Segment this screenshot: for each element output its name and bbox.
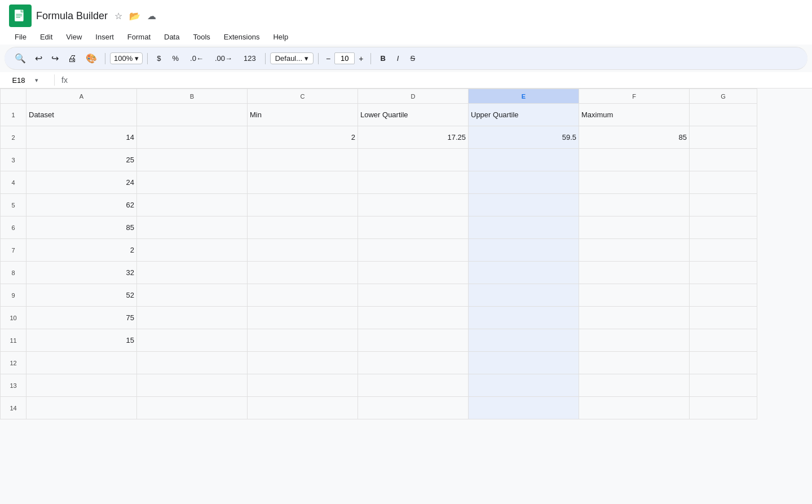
row-header-9[interactable]: 9 (1, 284, 27, 307)
cell-B2[interactable] (137, 126, 248, 149)
cell-G10[interactable] (690, 307, 757, 329)
col-header-f[interactable]: F (579, 89, 690, 104)
row-header-1[interactable]: 1 (1, 104, 27, 126)
cell-A9[interactable]: 52 (27, 284, 137, 307)
cell-A10[interactable]: 75 (27, 307, 137, 329)
menu-extensions[interactable]: Extensions (218, 30, 266, 43)
print-button[interactable]: 🖨 (64, 51, 80, 66)
spreadsheet-container[interactable]: A B C D E F G 1DatasetMinLower QuartileU… (0, 89, 812, 502)
col-header-a[interactable]: A (27, 89, 137, 104)
cell-A12[interactable] (27, 352, 137, 374)
cell-G1[interactable] (690, 104, 757, 126)
cell-F5[interactable] (579, 194, 690, 216)
cell-E8[interactable] (469, 262, 579, 284)
formula-input[interactable] (74, 76, 807, 85)
row-header-2[interactable]: 2 (1, 126, 27, 149)
cell-A13[interactable] (27, 374, 137, 397)
cell-F4[interactable] (579, 171, 690, 194)
italic-button[interactable]: I (392, 52, 404, 65)
cell-E6[interactable] (469, 216, 579, 239)
cell-B6[interactable] (137, 216, 248, 239)
decimal-increase-button[interactable]: .00→ (210, 52, 237, 65)
cell-D5[interactable] (358, 194, 469, 216)
cell-F8[interactable] (579, 262, 690, 284)
cell-A7[interactable]: 2 (27, 239, 137, 262)
percent-button[interactable]: % (167, 52, 183, 65)
col-header-g[interactable]: G (690, 89, 757, 104)
menu-file[interactable]: File (9, 30, 32, 43)
cell-D10[interactable] (358, 307, 469, 329)
menu-insert[interactable]: Insert (90, 30, 120, 43)
font-size-increase-button[interactable]: + (356, 53, 366, 64)
menu-format[interactable]: Format (122, 30, 156, 43)
cell-C9[interactable] (248, 284, 358, 307)
cell-D6[interactable] (358, 216, 469, 239)
row-header-10[interactable]: 10 (1, 307, 27, 329)
cell-B1[interactable] (137, 104, 248, 126)
cell-C1[interactable]: Min (248, 104, 358, 126)
cell-G11[interactable] (690, 329, 757, 352)
row-header-14[interactable]: 14 (1, 397, 27, 419)
cell-D8[interactable] (358, 262, 469, 284)
cell-B13[interactable] (137, 374, 248, 397)
cell-A14[interactable] (27, 397, 137, 419)
cell-ref-input[interactable] (5, 76, 33, 85)
row-header-11[interactable]: 11 (1, 329, 27, 352)
cell-E11[interactable] (469, 329, 579, 352)
cell-D11[interactable] (358, 329, 469, 352)
decimal-decrease-button[interactable]: .0← (186, 52, 208, 65)
cell-C7[interactable] (248, 239, 358, 262)
cell-E4[interactable] (469, 171, 579, 194)
row-header-7[interactable]: 7 (1, 239, 27, 262)
cell-B11[interactable] (137, 329, 248, 352)
cell-C3[interactable] (248, 149, 358, 171)
font-size-input[interactable] (334, 52, 355, 64)
number-format-button[interactable]: 123 (239, 52, 261, 65)
cell-ref-dropdown-icon[interactable]: ▾ (35, 77, 38, 84)
cell-F10[interactable] (579, 307, 690, 329)
row-header-8[interactable]: 8 (1, 262, 27, 284)
menu-data[interactable]: Data (158, 30, 185, 43)
cell-C11[interactable] (248, 329, 358, 352)
col-header-c[interactable]: C (248, 89, 358, 104)
cell-A2[interactable]: 14 (27, 126, 137, 149)
cell-F7[interactable] (579, 239, 690, 262)
cell-E12[interactable] (469, 352, 579, 374)
cell-E5[interactable] (469, 194, 579, 216)
cell-F12[interactable] (579, 352, 690, 374)
col-header-b[interactable]: B (137, 89, 248, 104)
cell-D2[interactable]: 17.25 (358, 126, 469, 149)
cell-C10[interactable] (248, 307, 358, 329)
cell-F13[interactable] (579, 374, 690, 397)
row-header-3[interactable]: 3 (1, 149, 27, 171)
cell-G14[interactable] (690, 397, 757, 419)
cell-F9[interactable] (579, 284, 690, 307)
currency-button[interactable]: $ (152, 52, 165, 65)
cell-F3[interactable] (579, 149, 690, 171)
cell-D12[interactable] (358, 352, 469, 374)
star-icon[interactable]: ☆ (114, 11, 122, 21)
cell-C6[interactable] (248, 216, 358, 239)
cell-F11[interactable] (579, 329, 690, 352)
cell-F6[interactable] (579, 216, 690, 239)
row-header-5[interactable]: 5 (1, 194, 27, 216)
cell-E2[interactable]: 59.5 (469, 126, 579, 149)
cell-F2[interactable]: 85 (579, 126, 690, 149)
cell-B12[interactable] (137, 352, 248, 374)
cell-C2[interactable]: 2 (248, 126, 358, 149)
cell-A5[interactable]: 62 (27, 194, 137, 216)
cell-D7[interactable] (358, 239, 469, 262)
cell-D1[interactable]: Lower Quartile (358, 104, 469, 126)
bold-button[interactable]: B (376, 52, 390, 65)
cell-D3[interactable] (358, 149, 469, 171)
menu-edit[interactable]: Edit (34, 30, 58, 43)
cell-B9[interactable] (137, 284, 248, 307)
undo-button[interactable]: ↩ (32, 51, 46, 66)
cell-C8[interactable] (248, 262, 358, 284)
cell-E1[interactable]: Upper Quartile (469, 104, 579, 126)
cell-B10[interactable] (137, 307, 248, 329)
cell-F14[interactable] (579, 397, 690, 419)
search-button[interactable]: 🔍 (11, 51, 29, 66)
cell-G5[interactable] (690, 194, 757, 216)
cell-G12[interactable] (690, 352, 757, 374)
